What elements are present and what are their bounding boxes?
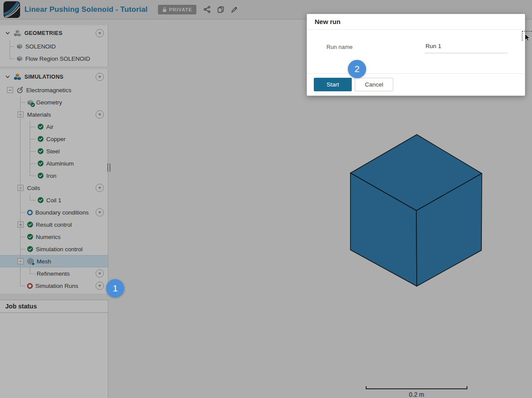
tree-item-label: GEOMETRIES [24, 30, 62, 36]
add-button[interactable]: + [96, 208, 104, 217]
simulations-panel: SIMULATIONS+−ElectromagneticsGeometry−Ma… [0, 69, 108, 294]
electromagnetics-icon [17, 87, 24, 93]
sidebar-resize-handle[interactable] [107, 163, 110, 172]
app-logo[interactable] [3, 1, 20, 18]
project-title: Linear Pushing Solenoid - Tutorial [24, 5, 148, 14]
check-icon [27, 234, 33, 240]
tree-item-mesh[interactable]: −Mesh [0, 255, 108, 267]
tree-item-geometry[interactable]: Geometry [0, 96, 108, 108]
cube-icon [17, 55, 23, 62]
geometry-check-icon [27, 99, 34, 106]
tree-item-flow-region-solenoid[interactable]: Flow Region SOLENOID [0, 52, 108, 65]
tree-item-label: Boundary conditions [35, 209, 89, 216]
tree-item-aluminium[interactable]: Aluminium [0, 157, 108, 170]
tree-guide-line [30, 194, 30, 200]
tree-item-air[interactable]: Air [0, 121, 108, 133]
tree-guide-line [10, 40, 10, 59]
tree-item-label: Electromagnetics [26, 87, 72, 93]
tree-item-solenoid[interactable]: SOLENOID [0, 40, 108, 52]
step-1-badge: 1 [106, 279, 124, 298]
mesh-icon [27, 258, 34, 265]
tree-item-label: Aluminium [46, 160, 74, 167]
job-status-panel [0, 313, 108, 398]
add-button[interactable]: + [96, 111, 104, 119]
expand-icon[interactable]: + [17, 221, 24, 228]
collapse-icon[interactable]: − [7, 87, 13, 93]
tree-item-label: Simulation Runs [35, 283, 78, 289]
scale-label: 0.2 m [366, 391, 467, 398]
tree-item-label: Mesh [37, 258, 51, 265]
check-icon [38, 148, 44, 154]
geometries-icon [14, 29, 21, 37]
dialog-title: New run [307, 14, 525, 30]
tree-item-simulation-control[interactable]: Simulation control [0, 243, 108, 255]
check-icon [38, 160, 44, 166]
check-icon [38, 197, 44, 203]
check-icon [38, 124, 44, 130]
add-button[interactable]: + [96, 282, 104, 290]
tree-item-label: Iron [46, 173, 56, 179]
geometries-panel: GEOMETRIES+SOLENOIDFlow Region SOLENOID [0, 25, 108, 66]
chevron-down-icon[interactable] [5, 31, 10, 35]
collapse-icon[interactable]: − [17, 258, 24, 264]
new-run-dialog: New run Run name Start Cancel [307, 14, 525, 96]
add-button[interactable]: + [96, 270, 104, 278]
tree-item-label: Numerics [36, 234, 61, 240]
add-button[interactable]: + [96, 73, 104, 81]
tree-guide-line [30, 267, 30, 273]
tree-guide-line [30, 121, 30, 176]
tree-item-boundary-conditions[interactable]: Boundary conditions+ [0, 206, 108, 218]
collapse-icon[interactable]: − [17, 111, 24, 118]
step-2-badge: 2 [348, 60, 366, 78]
run-name-label: Run name [326, 42, 425, 50]
job-status-label: Job status [5, 303, 37, 310]
collapse-icon[interactable]: − [17, 185, 24, 191]
tree-item-label: Copper [46, 136, 65, 142]
tree-item-numerics[interactable]: Numerics [0, 231, 108, 243]
section-simulations[interactable]: SIMULATIONS+ [0, 70, 108, 84]
check-icon [38, 136, 44, 142]
edit-icon[interactable] [231, 6, 238, 13]
tree-item-coil-1[interactable]: Coil 1 [0, 194, 108, 206]
job-status-bar[interactable]: Job status [0, 300, 108, 313]
lock-icon [162, 7, 167, 12]
check-icon [27, 221, 33, 228]
tree-item-copper[interactable]: Copper [0, 133, 108, 145]
tree-item-label: Air [46, 124, 54, 130]
cancel-button[interactable]: Cancel [355, 78, 393, 91]
privacy-label: PRIVATE [169, 7, 192, 12]
section-geometries[interactable]: GEOMETRIES+ [0, 26, 108, 40]
application-window: Linear Pushing Solenoid - Tutorial PRIVA… [0, 0, 532, 398]
share-icon[interactable] [203, 6, 211, 13]
check-icon [38, 173, 44, 179]
tree-item-label: Simulation control [36, 246, 82, 253]
tree-item-result-control[interactable]: +Result control [0, 218, 108, 231]
check-icon [27, 246, 33, 252]
ring-red-icon [27, 283, 33, 289]
tree-item-label: Refinements [37, 270, 70, 277]
tree-item-coils[interactable]: −Coils+ [0, 182, 108, 194]
scale-bar [366, 386, 467, 389]
tree-item-steel[interactable]: Steel [0, 145, 108, 157]
tree-item-label: Steel [46, 148, 60, 155]
tree-item-label: Geometry [36, 99, 62, 106]
privacy-badge: PRIVATE [158, 5, 196, 14]
simulations-icon [14, 73, 21, 81]
add-button[interactable]: + [96, 184, 104, 192]
add-button[interactable]: + [96, 29, 104, 38]
ring-blue-icon [27, 210, 33, 215]
tree-item-iron[interactable]: Iron [0, 170, 108, 182]
chevron-down-icon[interactable] [5, 75, 10, 79]
tree-item-materials[interactable]: −Materials+ [0, 108, 108, 121]
tree-item-refinements[interactable]: Refinements+ [0, 267, 108, 280]
run-name-input[interactable] [425, 42, 508, 53]
tree-item-label: SOLENOID [25, 43, 56, 50]
project-tree-sidebar: GEOMETRIES+SOLENOIDFlow Region SOLENOID … [0, 20, 108, 398]
tree-item-electromagnetics[interactable]: −Electromagnetics [0, 84, 108, 96]
duplicate-icon[interactable] [217, 6, 224, 13]
tree-item-label: Coil 1 [46, 197, 62, 204]
start-button[interactable]: Start [314, 78, 352, 91]
tree-item-label: Result control [36, 221, 72, 228]
tree-item-label: Materials [27, 111, 51, 118]
tree-item-simulation-runs[interactable]: Simulation Runs+ [0, 280, 108, 292]
